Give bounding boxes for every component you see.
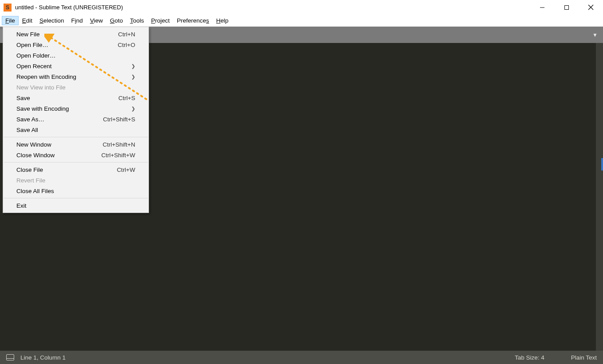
menu-help[interactable]: Help xyxy=(213,16,232,25)
menu-file[interactable]: File xyxy=(2,16,19,25)
file-menu-item[interactable]: Open File…Ctrl+O xyxy=(3,39,149,50)
close-button[interactable] xyxy=(579,0,603,15)
file-menu-item: Revert File xyxy=(3,175,149,186)
submenu-arrow-icon: ❯ xyxy=(131,74,135,80)
file-menu-item[interactable]: Open Folder… xyxy=(3,50,149,61)
menu-item-shortcut: Ctrl+N xyxy=(118,31,135,38)
menu-item-label: Open File… xyxy=(16,42,48,48)
menu-item-shortcut: Ctrl+Shift+W xyxy=(101,152,135,159)
svg-rect-1 xyxy=(564,5,568,9)
menu-item-label: Close Window xyxy=(16,152,55,159)
menu-preferences[interactable]: Preferences xyxy=(173,16,213,25)
menu-item-label: Save with Encoding xyxy=(16,105,69,112)
maximize-button[interactable] xyxy=(554,0,579,15)
window-title: untitled - Sublime Text (UNREGISTERED) xyxy=(15,4,123,11)
menu-view[interactable]: View xyxy=(86,16,106,25)
minimize-button[interactable] xyxy=(530,0,554,15)
file-menu-item[interactable]: Close FileCtrl+W xyxy=(3,164,149,175)
file-menu-item: New View into File xyxy=(3,82,149,93)
file-dropdown-menu: New FileCtrl+NOpen File…Ctrl+OOpen Folde… xyxy=(3,27,149,213)
menu-item-label: Save As… xyxy=(16,116,44,123)
scrollbar-indicator xyxy=(601,158,603,170)
menubar: File Edit Selection Find View Goto Tools… xyxy=(0,15,603,27)
menu-edit[interactable]: Edit xyxy=(19,16,36,25)
menu-item-label: Reopen with Encoding xyxy=(16,74,76,80)
file-menu-item[interactable]: Close WindowCtrl+Shift+W xyxy=(3,150,149,160)
menu-item-label: Close File xyxy=(16,167,43,173)
file-menu-item[interactable]: Save with Encoding❯ xyxy=(3,103,149,114)
status-cursor: Line 1, Column 1 xyxy=(20,354,66,361)
app-icon: S xyxy=(4,4,12,12)
menu-separator xyxy=(4,198,148,198)
file-menu-item[interactable]: Open Recent❯ xyxy=(3,61,149,71)
tab-dropdown-icon[interactable]: ▼ xyxy=(592,32,598,38)
menu-item-label: New Window xyxy=(16,141,51,148)
menu-separator xyxy=(4,162,148,163)
status-tabsize[interactable]: Tab Size: 4 xyxy=(515,354,544,361)
menu-item-label: Save xyxy=(16,95,30,101)
menu-item-label: Save All xyxy=(16,127,38,133)
menu-item-label: Revert File xyxy=(16,177,45,184)
scrollbar-vertical[interactable] xyxy=(596,43,603,351)
file-menu-item[interactable]: Close All Files xyxy=(3,186,149,196)
file-menu-item[interactable]: New FileCtrl+N xyxy=(3,29,149,39)
file-menu-item[interactable]: Reopen with Encoding❯ xyxy=(3,71,149,82)
menu-project[interactable]: Project xyxy=(148,16,173,25)
window-controls xyxy=(530,0,603,15)
menu-tools[interactable]: Tools xyxy=(126,16,148,25)
submenu-arrow-icon: ❯ xyxy=(131,106,135,112)
menu-item-label: Close All Files xyxy=(16,188,54,194)
menu-item-shortcut: Ctrl+Shift+S xyxy=(103,116,135,123)
menu-item-label: New View into File xyxy=(16,84,66,91)
menu-item-label: Open Recent xyxy=(16,63,52,70)
menu-item-label: Open Folder… xyxy=(16,52,56,59)
menu-item-shortcut: Ctrl+Shift+N xyxy=(102,141,135,148)
menu-item-label: New File xyxy=(16,31,40,38)
menu-item-label: Exit xyxy=(16,202,27,209)
status-syntax[interactable]: Plain Text xyxy=(571,354,597,361)
statusbar: Line 1, Column 1 Tab Size: 4 Plain Text xyxy=(0,351,603,364)
menu-selection[interactable]: Selection xyxy=(36,16,68,25)
file-menu-item[interactable]: Save All xyxy=(3,124,149,135)
menu-item-shortcut: Ctrl+O xyxy=(118,42,135,48)
panel-switch-icon[interactable] xyxy=(6,354,14,360)
file-menu-item[interactable]: New WindowCtrl+Shift+N xyxy=(3,139,149,150)
menu-separator xyxy=(4,137,148,137)
menu-item-shortcut: Ctrl+S xyxy=(118,95,135,101)
menu-find[interactable]: Find xyxy=(68,16,86,25)
file-menu-item[interactable]: Exit xyxy=(3,200,149,211)
file-menu-item[interactable]: SaveCtrl+S xyxy=(3,93,149,103)
file-menu-item[interactable]: Save As…Ctrl+Shift+S xyxy=(3,114,149,124)
menu-goto[interactable]: Goto xyxy=(106,16,126,25)
submenu-arrow-icon: ❯ xyxy=(131,63,135,69)
titlebar: S untitled - Sublime Text (UNREGISTERED) xyxy=(0,0,603,15)
menu-item-shortcut: Ctrl+W xyxy=(117,167,135,173)
